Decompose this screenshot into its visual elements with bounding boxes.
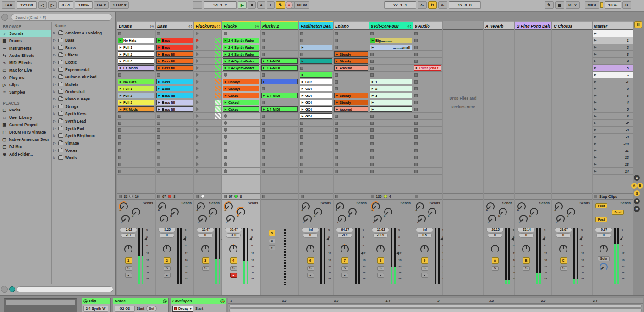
scene-play-icon[interactable]: ▶ — [593, 45, 598, 49]
scene-play-icon[interactable]: ▶ — [593, 59, 598, 63]
send-knob-b[interactable]: B — [499, 208, 507, 216]
track-stop-button[interactable] — [224, 195, 227, 198]
disclosure-triangle-icon[interactable]: ▷ — [53, 83, 56, 86]
envelope-device-select[interactable]: Decay ▾ — [172, 306, 193, 312]
clip[interactable]: ▶Bass fill — [156, 93, 193, 98]
places-item-current-project[interactable]: ▣Current Project — [0, 121, 51, 128]
clip-stop-slot[interactable] — [156, 113, 193, 120]
clip-stop-slot[interactable] — [222, 120, 260, 127]
folder-row[interactable]: ▷Ambient & Evolving — [52, 29, 115, 37]
note-range-field[interactable]: G2-G3 — [115, 306, 135, 312]
scene-slot[interactable]: ▶-9 — [593, 134, 633, 140]
sidebar-item-instruments[interactable]: ∼Instruments — [0, 45, 51, 52]
clip-stop-slot[interactable] — [222, 72, 260, 78]
send-knob-c[interactable]: C — [556, 215, 565, 223]
clip-slot[interactable]: ▶Bass fill — [156, 58, 193, 65]
clip-play-icon[interactable]: ▶ — [157, 86, 161, 91]
io-icon[interactable]: ▦ — [555, 1, 565, 9]
clip-stop-slot[interactable] — [156, 154, 193, 161]
track-activator-button[interactable]: 8 — [377, 257, 384, 264]
clip-play-icon[interactable]: ▶ — [300, 45, 305, 50]
send-knob-c[interactable]: C — [488, 215, 496, 223]
clip-slot[interactable]: ▶3 — [369, 92, 413, 99]
drop-zone[interactable]: Drop Files and Devices Here — [443, 30, 483, 175]
group-clip-slot[interactable] — [194, 99, 221, 106]
clip-slot[interactable]: ▶ — [369, 99, 413, 106]
clip-play-icon[interactable]: ▶ — [335, 100, 339, 105]
clip-play-icon[interactable]: ▶ — [223, 93, 228, 98]
clip-stop-slot[interactable] — [156, 120, 193, 127]
clip-stop-slot[interactable] — [334, 127, 369, 134]
clip-stop-slot[interactable] — [222, 147, 260, 154]
arm-button[interactable]: ● — [125, 273, 132, 278]
clip-stop-slot[interactable] — [222, 30, 260, 37]
clip-stop-slot[interactable] — [369, 147, 413, 154]
folder-row[interactable]: ▷Strings — [52, 103, 115, 110]
disclosure-triangle-icon[interactable]: ▷ — [53, 119, 56, 123]
group-clip-slot[interactable] — [194, 140, 221, 147]
group-clip-slot[interactable] — [194, 134, 221, 140]
clip-stop-slot[interactable] — [413, 154, 442, 161]
arm-button[interactable]: ● — [377, 273, 384, 278]
clip-slot[interactable]: ▶Bass fill — [156, 92, 193, 99]
clip-stop-slot[interactable] — [413, 58, 442, 65]
volume-display[interactable]: -13.9 — [373, 233, 388, 238]
clip[interactable]: ▶ — [300, 58, 332, 64]
clip-play-icon[interactable]: ▶ — [118, 65, 123, 71]
clip-play-icon[interactable]: ▶ — [118, 100, 123, 105]
clip-play-icon[interactable]: ▶ — [370, 45, 375, 50]
scene-slot[interactable]: ▶- — [593, 30, 633, 37]
peak-level-display[interactable]: -25.14 — [517, 228, 535, 232]
send-knob-c[interactable]: C — [374, 215, 382, 223]
clip-stop-slot[interactable] — [369, 120, 413, 127]
loop-start-display[interactable]: 27. 1. 1 — [384, 1, 416, 9]
clip-play-icon[interactable]: ▶ — [300, 58, 305, 64]
disclosure-triangle-icon[interactable]: ▷ — [53, 75, 56, 79]
clip-stop-slot[interactable] — [413, 44, 442, 51]
clip[interactable]: ▶Steady — [334, 100, 368, 105]
pan-knob[interactable] — [559, 245, 567, 253]
clip[interactable]: ▶Bass fill — [156, 100, 193, 105]
send-knob-a[interactable]: A — [225, 202, 233, 211]
clip-play-icon[interactable]: ▶ — [118, 86, 123, 91]
volume-display[interactable]: 0.5 — [417, 233, 432, 238]
clip-slot[interactable]: ▶Candy! — [222, 78, 260, 85]
tap-tempo-button[interactable]: TAP — [2, 1, 15, 9]
clip-slot[interactable]: ▶2 4-Synth-Water — [222, 65, 260, 72]
sends-toggle-button[interactable]: S — [634, 190, 640, 196]
sidebar-item-clips[interactable]: ▷Clips — [0, 81, 51, 89]
scene-play-icon[interactable]: ▶ — [593, 94, 598, 97]
clip-slot[interactable]: ▶1 4-MIDI — [261, 65, 298, 72]
clip-stop-slot[interactable] — [299, 168, 333, 175]
beat-time-ruler[interactable]: 11.21.31.422.22.32.4 — [228, 298, 643, 304]
clip-stop-slot[interactable] — [334, 120, 369, 127]
disclosure-triangle-icon[interactable]: ▷ — [53, 68, 56, 72]
clip-play-icon[interactable]: ▶ — [118, 58, 123, 64]
scene-slot[interactable]: ▶1 — [593, 37, 633, 44]
scene-slot[interactable]: ▶-12 — [593, 154, 633, 161]
volume-display[interactable]: 0 — [596, 233, 611, 238]
clip-slot[interactable]: ▶ — [299, 44, 333, 51]
clip-stop-slot[interactable] — [261, 134, 298, 140]
crossfade-a-button[interactable]: A — [631, 183, 637, 189]
scene-play-icon[interactable]: ▶ — [593, 32, 598, 35]
track-activator-button[interactable]: 9 — [421, 257, 428, 264]
clip-name-field[interactable]: 2 4-Synth-W — [83, 306, 108, 312]
scene-slot[interactable]: ▶-2 — [593, 85, 633, 92]
clip-play-icon[interactable]: ▶ — [300, 86, 305, 91]
disk-overload-indicator[interactable]: D — [622, 1, 631, 9]
scene-play-icon[interactable]: ▶ — [593, 107, 598, 111]
clip-slot[interactable]: ▶.........small — [369, 44, 413, 51]
places-item-drum-hits-vintage[interactable]: ▢DRUM HITS Vintage — [0, 128, 51, 136]
folder-row[interactable]: ▷Brass — [52, 44, 115, 51]
clip-slot[interactable]: ▶ — [261, 78, 298, 85]
clip-slot[interactable]: ▶Full 2 — [117, 99, 155, 106]
peak-level-display[interactable]: -0.97 — [595, 228, 612, 232]
key-map-button[interactable]: KEY — [566, 1, 580, 9]
clip-slot[interactable]: ▶Bass — [156, 37, 193, 44]
solo-button[interactable]: S — [341, 266, 348, 271]
clip-stop-slot[interactable] — [369, 51, 413, 58]
clip-stop-slot[interactable] — [369, 161, 413, 168]
disclosure-triangle-icon[interactable]: ▷ — [53, 105, 56, 108]
clip-play-icon[interactable]: ▶ — [370, 106, 375, 112]
